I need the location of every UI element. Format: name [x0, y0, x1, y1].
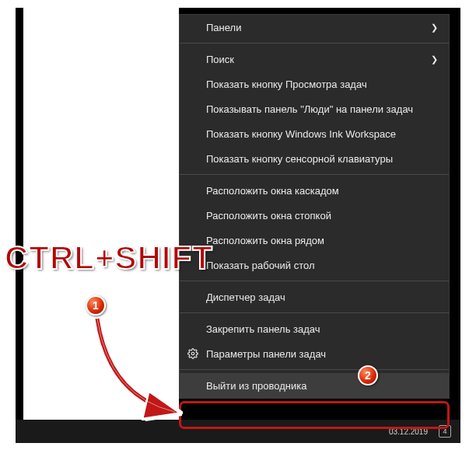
separator — [180, 43, 449, 44]
menu-item-exit-explorer[interactable]: Выйти из проводника — [180, 373, 449, 398]
menu-label: Расположить окна рядом — [206, 235, 438, 246]
menu-label: Поиск — [206, 54, 431, 65]
menu-item-task-manager[interactable]: Диспетчер задач — [180, 284, 449, 309]
menu-label: Показать кнопку Windows Ink Workspace — [206, 128, 438, 140]
taskbar-context-menu: Панели ❯ Поиск ❯ Показать кнопку Просмот… — [179, 14, 450, 399]
menu-label: Панели — [206, 22, 431, 33]
menu-label: Показать кнопку сенсорной клавиатуры — [206, 153, 438, 165]
menu-item-search[interactable]: Поиск ❯ — [180, 47, 449, 72]
menu-item-sidebyside[interactable]: Расположить окна рядом — [180, 228, 449, 253]
menu-item-taskview[interactable]: Показать кнопку Просмотра задач — [180, 72, 449, 96]
menu-item-taskbar-settings[interactable]: Параметры панели задач — [180, 341, 449, 366]
menu-label: Закрепить панель задач — [206, 323, 438, 335]
menu-item-ink[interactable]: Показать кнопку Windows Ink Workspace — [180, 121, 449, 146]
menu-item-panels[interactable]: Панели ❯ — [180, 15, 449, 40]
svg-point-0 — [191, 352, 194, 355]
menu-item-people[interactable]: Показывать панель "Люди" на панели задач — [180, 96, 449, 121]
notification-icon[interactable]: 4 — [439, 425, 451, 438]
menu-item-stacked[interactable]: Расположить окна стопкой — [180, 203, 449, 228]
gear-icon — [187, 348, 198, 359]
background-window — [23, 8, 179, 420]
separator — [180, 281, 449, 281]
menu-label: Расположить окна каскадом — [206, 185, 438, 197]
separator — [180, 312, 449, 313]
menu-item-show-desktop[interactable]: Показать рабочий стол — [180, 253, 449, 277]
tray-date[interactable]: 03.12.2019 — [389, 427, 428, 436]
menu-item-lock-taskbar[interactable]: Закрепить панель задач — [180, 316, 449, 341]
menu-label: Диспетчер задач — [206, 291, 438, 303]
menu-label: Параметры панели задач — [206, 348, 438, 360]
menu-label: Выйти из проводника — [206, 380, 438, 392]
menu-label: Показать кнопку Просмотра задач — [206, 78, 438, 90]
menu-label: Показывать панель "Люди" на панели задач — [206, 103, 438, 115]
menu-item-cascade[interactable]: Расположить окна каскадом — [180, 178, 449, 203]
taskbar[interactable]: 03.12.2019 4 — [16, 420, 460, 443]
separator — [180, 174, 449, 175]
chevron-right-icon: ❯ — [431, 23, 438, 33]
separator — [180, 369, 449, 370]
chevron-right-icon: ❯ — [431, 54, 438, 65]
menu-label: Расположить окна стопкой — [206, 210, 438, 222]
menu-label: Показать рабочий стол — [206, 260, 438, 271]
menu-item-touch-keyboard[interactable]: Показать кнопку сенсорной клавиатуры — [180, 146, 449, 171]
